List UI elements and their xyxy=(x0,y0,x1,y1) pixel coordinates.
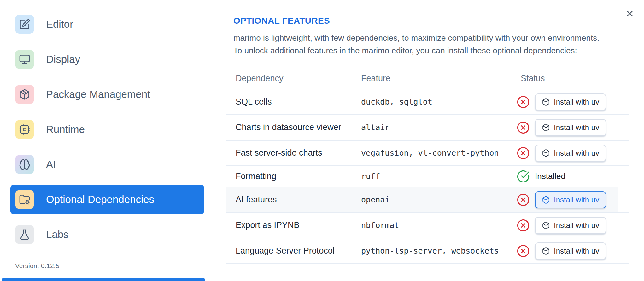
box-icon xyxy=(542,123,550,132)
sidebar-item-icon xyxy=(15,190,34,209)
sidebar-item[interactable]: Package Management xyxy=(10,80,204,109)
monitor-icon xyxy=(19,54,30,65)
square-pen-icon xyxy=(19,19,30,30)
not-installed-icon xyxy=(517,193,530,206)
settings-sidebar: Editor Display Package Management Runtim… xyxy=(0,0,214,281)
feature-packages: openai xyxy=(352,195,512,204)
dependency-name: Formatting xyxy=(226,171,352,181)
optional-features-panel: OPTIONAL FEATURES marimo is lightweight,… xyxy=(214,0,644,281)
install-with-uv-button[interactable]: Install with uv xyxy=(535,242,606,260)
close-button[interactable] xyxy=(625,9,635,18)
not-installed-icon xyxy=(517,244,530,258)
feature-packages: ruff xyxy=(352,172,512,181)
sidebar-nav-list: Editor Display Package Management Runtim… xyxy=(10,9,204,255)
close-icon xyxy=(625,9,635,18)
dependencies-table: Dependency Feature Status SQL cells duck… xyxy=(226,68,629,264)
sidebar-item-label: Labs xyxy=(46,229,69,241)
feature-packages: python-lsp-server, websockets xyxy=(352,246,512,255)
box-icon xyxy=(542,221,550,230)
page-title: OPTIONAL FEATURES xyxy=(233,16,330,26)
status-cell: Install with uv xyxy=(512,242,629,260)
not-installed-icon xyxy=(517,219,530,232)
status-cell: Install with uv xyxy=(512,93,629,111)
table-header-row: Dependency Feature Status xyxy=(226,68,629,89)
install-button-label: Install with uv xyxy=(554,195,599,204)
install-button-label: Install with uv xyxy=(554,123,599,132)
installed-label: Installed xyxy=(535,171,565,181)
table-row: Charts in datasource viewer altair Insta… xyxy=(226,115,629,140)
dependency-name: Export as IPYNB xyxy=(226,220,352,230)
install-with-uv-button[interactable]: Install with uv xyxy=(535,119,606,136)
sidebar-item[interactable]: Optional Dependencies xyxy=(10,185,204,214)
install-with-uv-button[interactable]: Install with uv xyxy=(535,145,606,162)
cpu-icon xyxy=(19,124,30,135)
dependency-name: AI features xyxy=(226,195,352,205)
dependency-name: Charts in datasource viewer xyxy=(226,123,352,132)
sidebar-item[interactable]: Runtime xyxy=(10,115,204,144)
install-with-uv-button[interactable]: Install with uv xyxy=(535,93,606,111)
dependency-name: SQL cells xyxy=(226,97,352,107)
box-icon xyxy=(542,98,550,106)
sidebar-item-label: Optional Dependencies xyxy=(46,194,154,206)
sidebar-item-icon xyxy=(15,50,34,69)
table-row: SQL cells duckdb, sqlglot Install with u… xyxy=(226,89,629,115)
install-with-uv-button[interactable]: Install with uv xyxy=(535,217,606,234)
not-installed-icon xyxy=(517,146,530,160)
install-button-label: Install with uv xyxy=(554,98,599,106)
dependency-name: Fast server-side charts xyxy=(226,148,352,158)
table-row: Language Server Protocol python-lsp-serv… xyxy=(226,238,629,264)
feature-packages: vegafusion, vl-convert-python xyxy=(352,148,512,158)
status-cell: Install with uv xyxy=(512,191,629,208)
sidebar-item-icon xyxy=(15,225,34,244)
table-row: Fast server-side charts vegafusion, vl-c… xyxy=(226,140,629,166)
installed-check-icon xyxy=(517,170,530,183)
folder-gear-icon xyxy=(19,194,30,205)
background-accent-bar xyxy=(2,278,205,281)
sidebar-item[interactable]: AI xyxy=(10,150,204,179)
status-cell: Install with uv xyxy=(512,119,629,136)
feature-packages: altair xyxy=(352,123,512,132)
sidebar-item-label: Runtime xyxy=(46,123,85,135)
table-row: Formatting ruff Installed xyxy=(226,166,629,187)
brain-icon xyxy=(19,159,30,170)
feature-packages: nbformat xyxy=(352,221,512,230)
package-icon xyxy=(19,89,30,100)
table-row: Export as IPYNB nbformat Install with uv xyxy=(226,213,629,238)
box-icon xyxy=(542,247,550,255)
install-with-uv-button[interactable]: Install with uv xyxy=(535,191,606,208)
version-label: Version: 0.12.5 xyxy=(15,262,59,270)
sidebar-item-icon xyxy=(15,85,34,104)
status-cell: Install with uv xyxy=(512,217,629,234)
sidebar-item-icon xyxy=(15,15,34,34)
page-description: marimo is lightweight, with few dependen… xyxy=(233,32,599,57)
description-line: To unlock additional features in the mar… xyxy=(233,44,599,57)
sidebar-item-label: Editor xyxy=(46,18,73,30)
not-installed-icon xyxy=(517,95,530,109)
install-button-label: Install with uv xyxy=(554,221,599,230)
status-cell: Installed xyxy=(512,170,629,183)
install-button-label: Install with uv xyxy=(554,149,599,158)
sidebar-item-label: Package Management xyxy=(46,88,150,100)
column-header-status: Status xyxy=(512,74,629,83)
sidebar-item-label: AI xyxy=(46,158,56,170)
feature-packages: duckdb, sqlglot xyxy=(352,97,512,106)
sidebar-item-icon xyxy=(15,155,34,174)
sidebar-item[interactable]: Editor xyxy=(10,9,204,39)
sidebar-item[interactable]: Display xyxy=(10,45,204,74)
install-button-label: Install with uv xyxy=(554,247,599,255)
column-header-dependency: Dependency xyxy=(226,74,352,83)
sidebar-item-label: Display xyxy=(46,53,80,65)
description-line: marimo is lightweight, with few dependen… xyxy=(233,32,599,44)
box-icon xyxy=(542,149,550,157)
not-installed-icon xyxy=(517,121,530,134)
flask-icon xyxy=(19,229,30,240)
table-row: AI features openai Install with uv xyxy=(226,187,629,213)
sidebar-item-icon xyxy=(15,120,34,139)
sidebar-item[interactable]: Labs xyxy=(10,220,204,249)
column-header-feature: Feature xyxy=(352,74,512,83)
status-cell: Install with uv xyxy=(512,145,629,162)
box-icon xyxy=(542,196,550,204)
dependency-name: Language Server Protocol xyxy=(226,246,352,256)
